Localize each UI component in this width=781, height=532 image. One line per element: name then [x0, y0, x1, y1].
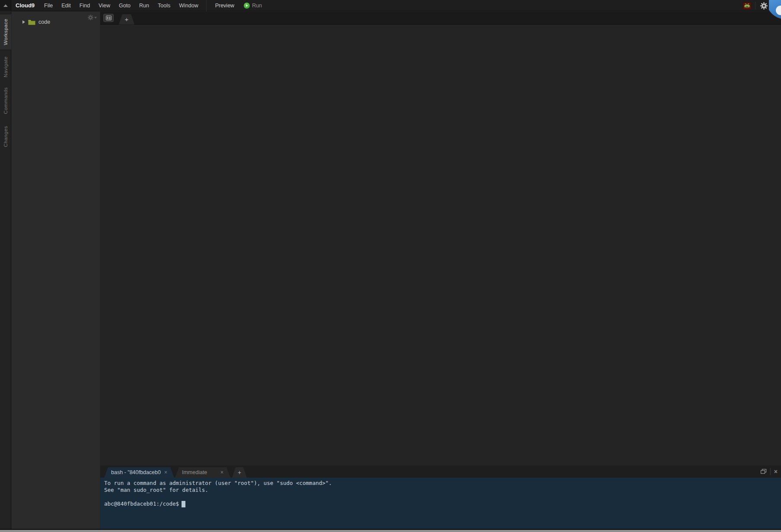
sidebar-tab-commands[interactable]: Commands [0, 85, 11, 116]
close-tab-icon[interactable]: × [164, 470, 167, 475]
console-tab-bash[interactable]: bash - "840fbdaceb0 × [104, 467, 174, 478]
window-bottom-strip [0, 529, 781, 532]
close-tab-icon[interactable]: × [220, 470, 223, 475]
menu-tools[interactable]: Tools [153, 0, 175, 11]
terminal-cursor [182, 501, 185, 507]
menu-edit[interactable]: Edit [57, 0, 75, 11]
cloud9-corner-logo[interactable] [769, 0, 781, 20]
editor-empty-area[interactable] [100, 25, 781, 466]
editor-tab-bar: + [100, 12, 781, 25]
menu-goto[interactable]: Goto [115, 0, 135, 11]
tree-item-code-folder[interactable]: code [12, 17, 100, 27]
preview-button[interactable]: Preview [210, 0, 239, 11]
workspace-file-tree-panel: code [12, 12, 100, 529]
menubar-separator [206, 0, 207, 11]
menubar-right-icons [743, 0, 768, 11]
terminal-output[interactable]: To run a command as administrator (user … [100, 478, 781, 529]
console-window-controls: × [761, 466, 778, 478]
debugger-bug-icon[interactable] [743, 2, 751, 10]
sidebar-tab-changes[interactable]: Changes [0, 123, 11, 150]
menu-bar: Cloud9 File Edit Find View Goto Run Tool… [0, 0, 781, 11]
cloud9-ide-window: Cloud9 File Edit Find View Goto Run Tool… [0, 0, 781, 532]
triangle-up-icon [3, 4, 8, 7]
terminal-prompt-row: abc@840fbdaceb01:/code$ [104, 500, 781, 507]
folder-icon [28, 19, 35, 25]
settings-gear-icon[interactable] [759, 1, 768, 10]
menu-file[interactable]: File [40, 0, 57, 11]
run-button-label: Run [252, 3, 262, 9]
terminal-line: To run a command as administrator (user … [104, 480, 781, 487]
console-tab-bar: bash - "840fbdaceb0 × Immediate × + × [100, 466, 781, 478]
controls-separator [770, 468, 771, 475]
menu-run[interactable]: Run [135, 0, 153, 11]
sidebar-tab-workspace[interactable]: Workspace [0, 14, 11, 50]
editor-region: + [100, 12, 781, 466]
console-tab-immediate[interactable]: Immediate × [175, 467, 230, 478]
run-button[interactable]: Run [239, 3, 266, 9]
console-panel: bash - "840fbdaceb0 × Immediate × + × To… [100, 466, 781, 529]
activity-bar: Workspace Navigate Commands Changes [0, 12, 11, 529]
new-console-tab-button[interactable]: + [232, 467, 247, 478]
new-editor-tab-button[interactable]: + [119, 14, 134, 25]
tab-list-icon[interactable] [103, 14, 114, 22]
sidebar-tab-navigate[interactable]: Navigate [0, 54, 11, 80]
terminal-line: See "man sudo_root" for details. [104, 487, 781, 494]
app-logo-cloud9: Cloud9 [11, 2, 40, 9]
menu-window[interactable]: Window [175, 0, 202, 11]
menu-view[interactable]: View [94, 0, 115, 11]
restore-panel-icon[interactable] [761, 469, 767, 474]
green-play-circle-icon [244, 3, 250, 9]
disclosure-triangle-icon[interactable] [22, 20, 25, 24]
tree-item-label: code [38, 19, 50, 25]
menu-find[interactable]: Find [75, 0, 94, 11]
menubar-right-separator [755, 2, 755, 10]
close-panel-icon[interactable]: × [774, 468, 778, 475]
collapse-menubar-button[interactable] [0, 0, 11, 11]
terminal-prompt: abc@840fbdaceb01:/code$ [104, 500, 179, 507]
